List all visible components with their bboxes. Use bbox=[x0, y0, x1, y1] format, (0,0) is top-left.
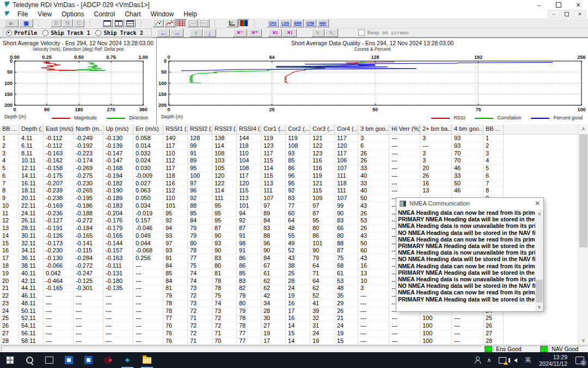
layout-hsplit-button[interactable] bbox=[125, 19, 136, 27]
data-grid-button[interactable] bbox=[176, 19, 187, 27]
mdi-minimize-button[interactable]: – bbox=[548, 10, 560, 18]
table-cell: 0.050 bbox=[133, 195, 163, 202]
menu-view[interactable]: View bbox=[33, 10, 57, 18]
menu-options[interactable]: Options bbox=[57, 10, 89, 18]
utm-file-button[interactable]: UTM bbox=[304, 19, 316, 27]
x-scale-increase-button[interactable]: ✕⁺ bbox=[248, 29, 262, 37]
table-row[interactable]: 38.11-0.163-0.223-0.1470.032110911081101… bbox=[0, 150, 578, 158]
table-row[interactable]: 410.11-0.162-0.174-0.1470.02411289103104… bbox=[0, 157, 578, 165]
next-ensemble-button[interactable]: → bbox=[170, 29, 183, 37]
pan-right-button[interactable]: ✎ bbox=[325, 29, 338, 37]
tray-expand-button[interactable]: ∧ bbox=[483, 352, 495, 368]
bb-data-button[interactable]: B bbox=[51, 19, 62, 27]
nav-file-button[interactable]: NAV bbox=[317, 19, 329, 27]
profile-chart-button[interactable] bbox=[187, 19, 198, 27]
table-cell: 114 bbox=[212, 142, 237, 150]
table-cell: --- bbox=[103, 330, 133, 337]
scrollbar-up-icon[interactable]: ∧ bbox=[535, 209, 543, 218]
table-scrollbar[interactable]: ∧ ∨ bbox=[578, 124, 588, 345]
window-hsplit-icon bbox=[126, 20, 134, 26]
table-row[interactable]: 614.11-0.175-0.275-0.194-0.0091181001201… bbox=[0, 172, 578, 180]
table-row[interactable]: 512.11-0.158-0.269-0.1680.03011795105108… bbox=[0, 165, 578, 172]
dialog-close-icon[interactable]: ✕ bbox=[535, 200, 540, 207]
table-row[interactable]: 14.11-0.112-0.249-0.1300.058140128138144… bbox=[0, 135, 578, 142]
scrollbar-down-icon[interactable]: ∨ bbox=[535, 303, 543, 311]
mdi-close-button[interactable]: ✕ bbox=[574, 10, 586, 18]
people-button[interactable] bbox=[471, 352, 483, 368]
monitor-button[interactable]: ▣ bbox=[19, 19, 33, 27]
minimize-button[interactable]: – bbox=[529, 0, 549, 10]
scatter-chart-button[interactable] bbox=[153, 19, 164, 27]
maximize-button[interactable] bbox=[549, 0, 568, 10]
play-button[interactable]: ▶ bbox=[4, 19, 19, 27]
menu-file[interactable]: File bbox=[13, 10, 33, 18]
table-cell: -0.191 bbox=[44, 225, 74, 232]
pan-left-button[interactable]: ✎ bbox=[311, 29, 324, 37]
scrollbar-thumb[interactable] bbox=[579, 134, 587, 248]
table-row[interactable]: 2858.11------------7671707717141915-----… bbox=[0, 337, 578, 345]
mdi-restore-button[interactable] bbox=[561, 10, 573, 18]
layout-split-button[interactable] bbox=[113, 19, 124, 27]
table-cell: --- bbox=[358, 337, 389, 345]
scrollbar-down-icon[interactable]: ∨ bbox=[579, 336, 588, 345]
taskbar-file-explorer[interactable] bbox=[137, 352, 157, 368]
table-cell: 107 bbox=[335, 195, 358, 202]
nb-data-button[interactable]: N bbox=[62, 19, 73, 27]
taskbar-app-2[interactable] bbox=[78, 352, 98, 368]
search-button[interactable] bbox=[20, 352, 39, 368]
table-row[interactable]: 2654.11------------7672727827143124-----… bbox=[0, 322, 578, 330]
table-cell: --- bbox=[389, 135, 420, 142]
y-scale-increase-button[interactable]: ✕I bbox=[268, 29, 282, 37]
table-row[interactable]: 26.11-0.112-0.192-0.1390.014117991141181… bbox=[0, 142, 578, 150]
taskbar-app-3[interactable] bbox=[98, 352, 118, 368]
table-row[interactable]: 2552.11------------7771727830163221-----… bbox=[0, 315, 578, 322]
network-button[interactable] bbox=[495, 352, 510, 368]
menu-help[interactable]: Help bbox=[179, 10, 202, 18]
table-cell: 79 bbox=[310, 255, 335, 262]
table-row[interactable]: 716.11-0.207-0.230-0.1820.02711697122120… bbox=[0, 180, 578, 188]
table-row[interactable]: 818.11-0.239-0.265-0.1900.06311296114115… bbox=[0, 187, 578, 195]
table-cell: 11 bbox=[0, 210, 19, 218]
keep-on-screen-checkbox[interactable] bbox=[358, 29, 365, 36]
taskbar-clock[interactable]: 13:29 2024/11/12 bbox=[535, 354, 572, 367]
start-button[interactable] bbox=[0, 352, 20, 368]
table-cell: 111 bbox=[212, 195, 237, 202]
menu-window[interactable]: Window bbox=[146, 10, 179, 18]
menu-control[interactable]: Control bbox=[89, 10, 120, 18]
ime-indicator[interactable]: 英 bbox=[521, 352, 535, 368]
color-grid-button[interactable] bbox=[238, 19, 249, 27]
x-scale-decrease-button[interactable]: ✕⁻ bbox=[233, 29, 247, 37]
scrollbar-thumb[interactable] bbox=[536, 280, 543, 303]
dialog-title-bar[interactable]: NMEA Communication ✕ bbox=[396, 198, 543, 209]
line-chart-button[interactable] bbox=[164, 19, 175, 27]
table-cell: --- bbox=[452, 322, 483, 330]
radio-ship-track-1[interactable]: Ship Track 1 bbox=[42, 30, 90, 36]
prev-ensemble-button[interactable]: ← bbox=[157, 29, 170, 37]
err-file-button[interactable]: ERR bbox=[292, 19, 304, 27]
scroll-up-button[interactable]: ↑ bbox=[189, 29, 203, 37]
mdi-child-icon[interactable] bbox=[4, 11, 10, 17]
svg-text:192: 192 bbox=[474, 55, 482, 60]
close-button[interactable]: ✕ bbox=[568, 0, 588, 10]
radio-profile[interactable]: Profile bbox=[6, 30, 37, 36]
notification-button[interactable]: 2 bbox=[572, 352, 588, 368]
contour-chart-button[interactable] bbox=[199, 19, 210, 27]
scrollbar-up-icon[interactable]: ∧ bbox=[579, 124, 588, 133]
layout-single-button[interactable] bbox=[102, 19, 113, 27]
log-file-button[interactable]: LOG bbox=[279, 19, 291, 27]
radio-ship-track-2[interactable]: Ship Track 2 bbox=[95, 30, 143, 36]
task-view-button[interactable] bbox=[39, 352, 59, 368]
table-cell: -0.192 bbox=[74, 142, 103, 150]
menu-chart[interactable]: Chart bbox=[120, 10, 145, 18]
table-row[interactable]: 2756.11------------7672717719152419-----… bbox=[0, 330, 578, 337]
volume-button[interactable] bbox=[510, 352, 521, 368]
taskbar-app-1[interactable] bbox=[59, 352, 78, 368]
dialog-scrollbar[interactable]: ∧ ∨ bbox=[535, 209, 543, 311]
taskbar-vmdas[interactable]: ✦ bbox=[118, 352, 137, 368]
table-cell: 73 bbox=[212, 307, 237, 315]
scroll-down-button[interactable]: ↓ bbox=[203, 29, 216, 37]
bt-data-button[interactable]: C bbox=[74, 19, 84, 27]
reset-axes-button[interactable] bbox=[227, 19, 238, 27]
cfg-file-button[interactable]: CFG bbox=[267, 19, 279, 27]
y-scale-decrease-button[interactable]: ✕I bbox=[283, 29, 297, 37]
